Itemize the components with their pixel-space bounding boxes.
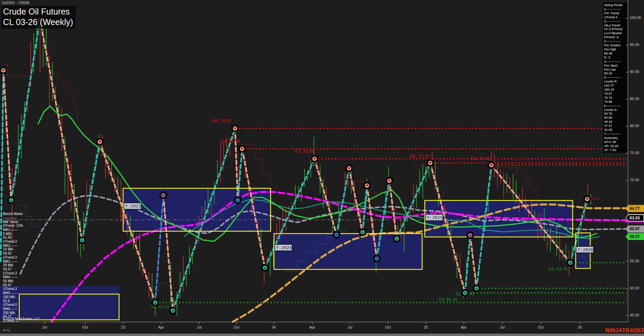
price-axis-label: 75.00 (630, 151, 639, 155)
price-axis-tick (626, 288, 628, 289)
panel-line: 59.57 (3, 267, 34, 271)
panel-line: 200 MA: (3, 311, 34, 315)
price-axis-label: 70.00 (630, 178, 639, 182)
panel-line: DTrend -12% (3, 224, 34, 228)
time-axis-label: Oct (385, 325, 391, 329)
panel-line: UTrend 2 (604, 15, 627, 19)
price-axis-label: 100.00 (630, 16, 641, 20)
resistance-label: R2: 73.19 (410, 153, 429, 159)
time-axis-tick (502, 322, 503, 324)
panel-line: 50.00 (604, 116, 627, 120)
panel-line: Pvt. Trend: (604, 11, 627, 15)
price-tag-60.97: 60.97 (625, 225, 644, 233)
time-axis-label: 23 (121, 325, 125, 329)
time-axis-tick (161, 322, 161, 324)
price-axis-label: 50.00 (630, 286, 639, 290)
panel-line: 32.09 (604, 128, 627, 132)
date-range-label: 13/2022 - 7/2026 (1, 1, 29, 5)
panel-line: Levels S: (604, 108, 627, 112)
resistance-label: R1: 72.78 (471, 156, 490, 161)
price-axis-tick (626, 180, 628, 181)
resistance-label: R4: 75.79 (221, 139, 239, 144)
panel-line: 5 MA: (3, 232, 34, 236)
bottom-scroll-strip[interactable] (0, 334, 644, 336)
price-tag-63.03: 63.03 (625, 214, 644, 221)
price-tag-value: 63.03 (626, 215, 644, 221)
price-axis-label: 85.00 (630, 97, 639, 101)
price-axis-tick (626, 126, 628, 126)
panel-line: MA4.------ (3, 275, 34, 279)
ninjatrader-chart-window: R5: 79.57R4: 75.79R3: 73.96R2: 73.19R1: … (0, 0, 644, 336)
time-axis-tick (426, 322, 426, 324)
panel-line: 4.------------- (604, 59, 627, 64)
year-label: Y:2026 (577, 247, 593, 252)
time-axis-tick (580, 322, 580, 324)
time-axis-tick (123, 322, 123, 324)
panel-line: UTrend 2 (3, 287, 34, 291)
time-axis-label: Apr (158, 325, 164, 329)
panel-line: ------------ (3, 216, 34, 220)
time-axis-tick (274, 322, 274, 324)
panel-line: 100 MA: (3, 295, 34, 299)
time-axis-label: Oct (233, 325, 239, 329)
panel-line: UTrend 2 (3, 271, 34, 275)
hilo-step-red (245, 145, 278, 189)
panel-line: Pvt Low (604, 68, 627, 72)
price-axis-line[interactable] (628, 0, 628, 322)
panel-line: 59.52 (3, 251, 34, 256)
panel-line: Bench Marks (3, 212, 34, 216)
panel-line: Lo:0 Neutral (604, 31, 627, 35)
resistance-label: R5: 79.57 (212, 118, 231, 123)
instrument-tab-label[interactable]: W CL (3, 329, 10, 332)
panel-line: 10 MA: (3, 247, 34, 251)
panel-line: Swing Pivots (604, 3, 627, 7)
price-tag-64.77: 64.77 (625, 205, 644, 212)
panel-line: BM Trend: (3, 220, 34, 224)
panel-line: 5.------------- (604, 75, 627, 79)
swing-pivots-panel: Swing Pivots1.-------------Pvt. Trend:UT… (603, 2, 627, 153)
price-axis-label: 45.00 (630, 313, 639, 317)
price-tag-59.57: 59.57 (625, 233, 644, 240)
time-axis-line[interactable] (0, 322, 628, 322)
time-axis-label: 26 (578, 325, 582, 329)
panel-line: 73.96 (604, 100, 627, 104)
price-axis-label: 55.00 (630, 259, 639, 263)
bench-marks-panel: Bench Marks------------BM Trend:DTrend -… (2, 200, 34, 331)
copyright-label: © 2026 NinjaTrader, LLC (3, 317, 40, 321)
time-axis-label: 25 (424, 325, 428, 329)
chart-canvas[interactable]: R5: 79.57R4: 75.79R3: 73.96R2: 73.19R1: … (0, 0, 644, 336)
hilo-step-green (152, 283, 166, 291)
panel-line: 47.37 (604, 124, 627, 128)
panel-line: 1.------------- (604, 7, 627, 11)
panel-line: Hi:-2 DTrend (604, 27, 627, 31)
panel-line: 66.48 (604, 51, 627, 55)
time-axis-label: Jul (500, 325, 505, 329)
year-label: Y:2024 (276, 245, 292, 250)
panel-line: 62.8 (3, 299, 34, 303)
panel-line: Summary (604, 136, 627, 140)
panel-line: 49.16 (604, 120, 627, 124)
panel-line: D: 3 (604, 55, 627, 59)
time-axis-tick (85, 322, 86, 324)
price-axis-tick (626, 261, 628, 262)
time-axis-tick (464, 322, 464, 324)
panel-line: Levels R: (604, 79, 627, 83)
panel-line: 20 MA: (3, 263, 34, 267)
price-axis-label: 90.00 (630, 70, 639, 74)
panel-line: Pvt. Evolve: (604, 43, 627, 47)
support-label: S3: 49.16 (438, 297, 457, 302)
panel-line: MA5.------ (3, 291, 34, 295)
price-axis-label: 95.00 (630, 43, 639, 47)
panel-line: 6.------------- (604, 104, 627, 108)
time-axis-label: Apr (309, 325, 315, 329)
panel-line: HiLo Trend: (604, 23, 627, 27)
panel-line: MA2.------ (3, 244, 34, 248)
panel-line: MA3.------ (3, 260, 34, 264)
time-axis-label: Jul (348, 325, 352, 329)
panel-line: AF: 7.00 (604, 148, 627, 152)
support-label: S1: 54.75 (549, 266, 568, 271)
time-axis-tick (350, 322, 350, 324)
panel-line: UTrend 0 (3, 303, 34, 307)
time-axis-tick (388, 322, 388, 324)
panel-line: 3.------------- (604, 39, 627, 43)
